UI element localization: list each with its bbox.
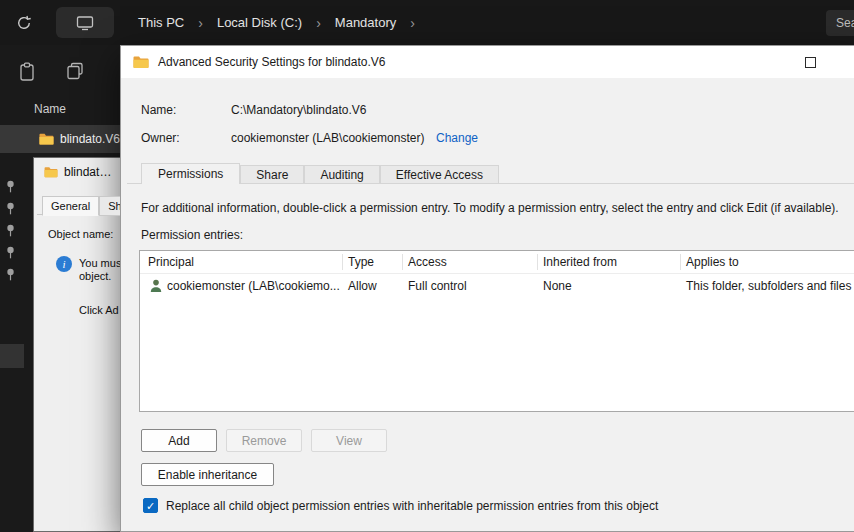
pin-icon: [5, 268, 16, 281]
cell-access: Full control: [408, 279, 467, 293]
file-row-blindato[interactable]: blindato.V6: [0, 125, 120, 153]
replace-permissions-label: Replace all child object permission entr…: [166, 499, 658, 513]
name-value: C:\Mandatory\blindato.V6: [231, 103, 366, 117]
chevron-right-icon: ›: [398, 15, 427, 31]
tab-share[interactable]: Share: [240, 165, 304, 184]
cell-inherited-from: None: [543, 279, 572, 293]
view-button[interactable]: View: [311, 429, 387, 452]
advanced-security-dialog: Advanced Security Settings for blindato.…: [120, 45, 854, 532]
refresh-icon: [16, 15, 32, 31]
remove-button[interactable]: Remove: [226, 429, 302, 452]
tab-general[interactable]: General: [42, 196, 99, 216]
dialog-description: For additional information, double-click…: [141, 201, 854, 215]
tab-sharing[interactable]: Sha: [99, 196, 120, 216]
pin-icon: [5, 202, 16, 215]
pin-icon: [5, 180, 16, 193]
copy-icon: [66, 62, 84, 80]
breadcrumb-item-mandatory[interactable]: Mandatory: [333, 12, 398, 33]
properties-title: blindato.V6: [64, 165, 116, 179]
chevron-right-icon: ›: [186, 15, 215, 31]
chevron-right-icon: ›: [304, 15, 333, 31]
column-header-type[interactable]: Type: [348, 251, 374, 273]
enable-inheritance-button[interactable]: Enable inheritance: [141, 463, 274, 486]
info-icon: i: [56, 256, 72, 272]
cell-principal: cookiemonster (LAB\cookiemo...: [167, 279, 340, 293]
user-icon: [148, 278, 164, 294]
clipboard-icon: [18, 62, 36, 82]
this-pc-icon: [76, 15, 94, 31]
table-row[interactable]: cookiemonster (LAB\cookiemo... Allow Ful…: [140, 274, 854, 298]
search-input[interactable]: Sea: [826, 10, 854, 36]
object-name-label: Object name:: [48, 228, 113, 240]
name-label: Name:: [141, 103, 176, 117]
dialog-tabs: Permissions Share Auditing Effective Acc…: [141, 163, 499, 184]
breadcrumb: This PC › Local Disk (C:) › Mandatory ›: [136, 0, 427, 45]
add-button[interactable]: Add: [141, 429, 217, 452]
dialog-titlebar: Advanced Security Settings for blindato.…: [121, 46, 854, 78]
replace-permissions-checkbox[interactable]: ✓: [143, 498, 158, 513]
tab-permissions[interactable]: Permissions: [141, 163, 240, 184]
column-header-name[interactable]: Name: [34, 102, 66, 116]
owner-value: cookiemonster (LAB\cookiemonster): [231, 131, 424, 145]
column-separator: [342, 254, 343, 270]
change-owner-link[interactable]: Change: [436, 131, 478, 145]
copy-button[interactable]: [66, 62, 84, 84]
tab-auditing[interactable]: Auditing: [304, 165, 379, 184]
this-pc-address-button[interactable]: [56, 7, 114, 38]
folder-icon: [39, 132, 54, 146]
cell-type: Allow: [348, 279, 377, 293]
file-name-label: blindato.V6: [60, 132, 120, 146]
maximize-button[interactable]: [805, 57, 816, 68]
column-header-access[interactable]: Access: [408, 251, 447, 273]
dialog-title: Advanced Security Settings for blindato.…: [158, 55, 385, 69]
column-separator: [680, 254, 681, 270]
properties-info-text: object.: [79, 270, 111, 282]
column-header-principal[interactable]: Principal: [148, 251, 194, 273]
properties-hint-text: Click Ad: [79, 304, 119, 316]
tab-effective-access[interactable]: Effective Access: [380, 165, 499, 184]
column-header-inherited-from[interactable]: Inherited from: [543, 251, 617, 273]
breadcrumb-item-this-pc[interactable]: This PC: [136, 12, 186, 33]
breadcrumb-item-local-disk-c[interactable]: Local Disk (C:): [215, 12, 304, 33]
properties-titlebar: blindato.V6: [44, 165, 116, 179]
permission-entries-label: Permission entries:: [141, 228, 243, 242]
folder-icon: [44, 166, 58, 178]
pin-icon: [5, 246, 16, 259]
column-header-applies-to[interactable]: Applies to: [686, 251, 739, 273]
owner-label: Owner:: [141, 131, 180, 145]
properties-info-text: You mus: [79, 257, 120, 269]
nav-item-highlight: [0, 344, 24, 368]
cell-applies-to: This folder, subfolders and files: [686, 279, 851, 293]
properties-tabs: General Sha: [42, 196, 120, 216]
explorer-topbar: This PC › Local Disk (C:) › Mandatory › …: [0, 0, 854, 45]
refresh-button[interactable]: [14, 13, 34, 33]
permission-entries-table[interactable]: Principal Type Access Inherited from App…: [139, 250, 854, 412]
clipboard-button[interactable]: [18, 62, 36, 86]
column-separator: [402, 254, 403, 270]
column-separator: [537, 254, 538, 270]
pin-icon: [5, 224, 16, 237]
folder-icon: [133, 55, 149, 69]
properties-dialog: blindato.V6 General Sha Object name: i Y…: [33, 157, 120, 532]
search-text: Sea: [836, 16, 854, 30]
